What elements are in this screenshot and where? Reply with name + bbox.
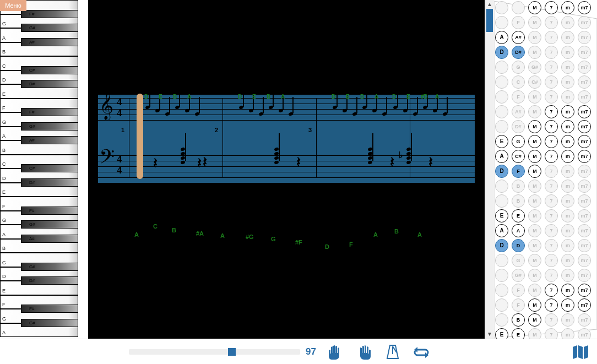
chord-button[interactable]: m bbox=[561, 105, 574, 118]
black-key[interactable]: A# bbox=[21, 235, 78, 243]
black-key[interactable]: F# bbox=[21, 108, 78, 116]
chord-button[interactable]: m bbox=[561, 31, 574, 44]
chord-button[interactable]: M bbox=[528, 46, 541, 59]
chord-button[interactable]: G bbox=[512, 135, 525, 148]
chord-button[interactable]: D# bbox=[512, 46, 525, 59]
chord-row-root[interactable] bbox=[495, 298, 508, 312]
chord-button[interactable]: M bbox=[528, 150, 541, 163]
chord-button[interactable]: m bbox=[561, 46, 574, 59]
chord-button[interactable]: m7 bbox=[578, 269, 591, 282]
chord-button[interactable]: G bbox=[512, 61, 525, 74]
black-key[interactable]: C# bbox=[21, 164, 78, 172]
chord-button[interactable]: 7 bbox=[545, 269, 558, 282]
chord-button[interactable]: m bbox=[561, 284, 574, 297]
chord-button[interactable]: m bbox=[561, 61, 574, 74]
chord-button[interactable]: M bbox=[528, 105, 541, 118]
chord-button[interactable]: M bbox=[528, 239, 541, 252]
scroll-down-icon[interactable]: ▼ bbox=[485, 330, 494, 339]
chord-button[interactable]: m bbox=[561, 180, 574, 193]
chord-row-root[interactable] bbox=[495, 1, 508, 14]
chord-button[interactable]: M bbox=[528, 120, 541, 133]
chord-button[interactable]: 7 bbox=[545, 239, 558, 252]
chord-button[interactable]: F bbox=[512, 284, 525, 297]
chord-button[interactable]: m7 bbox=[578, 254, 591, 267]
black-key[interactable]: G# bbox=[21, 24, 78, 32]
chord-button[interactable]: M bbox=[528, 254, 541, 267]
chord-row-root[interactable] bbox=[495, 269, 508, 282]
black-key[interactable]: F# bbox=[21, 10, 78, 18]
black-key[interactable]: D# bbox=[21, 80, 78, 88]
chord-row-root[interactable] bbox=[495, 254, 508, 267]
chord-button[interactable]: A bbox=[512, 224, 525, 237]
chord-button[interactable]: m bbox=[561, 165, 574, 178]
chord-row-root[interactable]: E bbox=[495, 135, 508, 148]
chord-row-root[interactable]: E bbox=[495, 209, 508, 222]
chord-button[interactable]: 7 bbox=[545, 150, 558, 163]
chord-button[interactable]: m7 bbox=[578, 150, 591, 163]
chord-button[interactable]: G bbox=[512, 254, 525, 267]
chord-button[interactable]: m7 bbox=[578, 16, 591, 29]
chord-button[interactable]: B bbox=[512, 180, 525, 193]
chord-row-root[interactable] bbox=[495, 105, 508, 118]
chord-button[interactable]: A# bbox=[512, 31, 525, 44]
chord-button[interactable]: 7 bbox=[545, 31, 558, 44]
chord-row-root[interactable]: D bbox=[495, 46, 508, 59]
chord-button[interactable]: m7 bbox=[578, 90, 591, 104]
chord-button[interactable]: m bbox=[561, 135, 574, 148]
chord-button[interactable]: 7 bbox=[545, 180, 558, 193]
black-key[interactable]: F# bbox=[21, 305, 78, 313]
chord-button[interactable]: 7 bbox=[545, 224, 558, 237]
chord-row-root[interactable] bbox=[495, 75, 508, 89]
chord-button[interactable]: M bbox=[528, 209, 541, 222]
playhead[interactable] bbox=[137, 94, 143, 179]
chord-button[interactable]: A# bbox=[512, 105, 525, 118]
chord-row-root[interactable] bbox=[495, 194, 508, 208]
chord-button[interactable]: M bbox=[528, 194, 541, 208]
black-key[interactable]: A# bbox=[21, 136, 78, 144]
vertical-scrollbar[interactable]: ▲ ▼ bbox=[485, 0, 494, 339]
chord-row-root[interactable] bbox=[495, 313, 508, 327]
map-button[interactable] bbox=[571, 343, 589, 361]
chord-row-root[interactable]: D bbox=[495, 239, 508, 252]
chord-button[interactable]: M bbox=[528, 298, 541, 312]
chord-button[interactable]: 7 bbox=[545, 16, 558, 29]
chord-button[interactable]: m bbox=[561, 298, 574, 312]
chord-button[interactable]: M bbox=[528, 269, 541, 282]
chord-button[interactable]: M bbox=[528, 31, 541, 44]
black-key[interactable]: F# bbox=[21, 207, 78, 215]
chord-row-root[interactable]: A bbox=[495, 31, 508, 44]
scroll-up-icon[interactable]: ▲ bbox=[485, 0, 494, 9]
chord-row-root[interactable]: A bbox=[495, 150, 508, 163]
chord-button[interactable]: m7 bbox=[578, 194, 591, 208]
scroll-thumb[interactable] bbox=[486, 9, 493, 32]
score-canvas[interactable]: 𝄞 𝄢 4 4 4 4 123 DEBADEBADEBADE#DA𝄽𝄽𝄽𝄽𝄽𝄽♭… bbox=[88, 0, 485, 339]
chord-button[interactable]: G# bbox=[512, 269, 525, 282]
chord-button[interactable]: m bbox=[561, 209, 574, 222]
chord-button[interactable]: m7 bbox=[578, 46, 591, 59]
chord-row-root[interactable]: E bbox=[495, 328, 508, 339]
chord-button[interactable]: 7 bbox=[545, 165, 558, 178]
chord-button[interactable]: m7 bbox=[578, 298, 591, 312]
chord-button[interactable]: m bbox=[561, 194, 574, 208]
metronome-button[interactable] bbox=[383, 343, 402, 361]
chord-row-root[interactable] bbox=[495, 120, 508, 133]
black-key[interactable]: A# bbox=[21, 38, 78, 46]
chord-button[interactable]: M bbox=[528, 284, 541, 297]
black-key[interactable]: C# bbox=[21, 66, 78, 74]
chord-button[interactable]: m7 bbox=[578, 105, 591, 118]
chord-button[interactable]: m7 bbox=[578, 1, 591, 14]
chord-button[interactable]: 7 bbox=[545, 254, 558, 267]
chord-button[interactable]: m bbox=[561, 328, 574, 339]
chord-button[interactable]: F bbox=[512, 165, 525, 178]
loop-button[interactable] bbox=[412, 343, 431, 361]
chord-button[interactable]: m bbox=[561, 313, 574, 327]
tempo-slider[interactable] bbox=[129, 349, 300, 355]
chord-button[interactable]: 7 bbox=[545, 194, 558, 208]
chord-button[interactable]: M bbox=[528, 135, 541, 148]
chord-button[interactable]: 7 bbox=[545, 61, 558, 74]
chord-button[interactable]: D bbox=[512, 239, 525, 252]
black-key[interactable]: G# bbox=[21, 220, 78, 229]
chord-button[interactable]: m7 bbox=[578, 31, 591, 44]
chord-row-root[interactable]: D bbox=[495, 165, 508, 178]
chord-button[interactable]: M bbox=[528, 180, 541, 193]
